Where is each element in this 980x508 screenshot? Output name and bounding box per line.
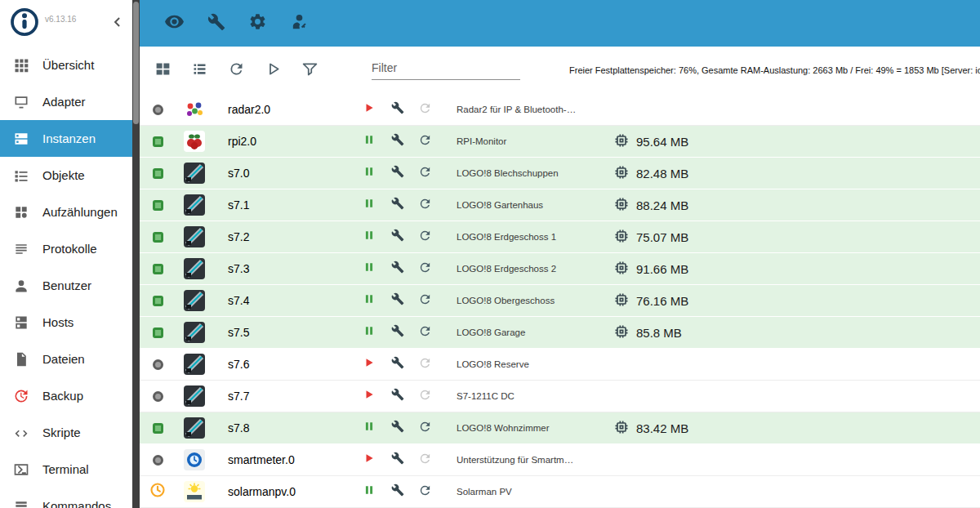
restart-instance-button[interactable] — [418, 261, 432, 278]
sidebar-item-aufzaehlungen[interactable]: Aufzählungen — [0, 194, 132, 230]
start-all-button[interactable] — [263, 60, 283, 80]
sidebar-item-adapter[interactable]: Adapter — [0, 83, 132, 120]
sidebar-item-skripte[interactable]: Skripte — [0, 414, 132, 451]
user-button[interactable] — [290, 12, 309, 34]
expert-mode-button[interactable] — [207, 13, 225, 34]
instance-title: LOGO!8 Erdgeschoss 2 — [439, 253, 613, 284]
status-cell — [140, 285, 176, 316]
restart-instance-button[interactable] — [418, 452, 432, 469]
sidebar-item-terminal[interactable]: Terminal — [0, 451, 132, 488]
instance-row-s7.3: s7.3LOGO!8 Erdgeschoss 291.66 MB — [140, 253, 980, 285]
scrollbar-thumb[interactable] — [133, 2, 139, 124]
settings-button[interactable] — [248, 12, 267, 34]
userkey-icon — [290, 12, 309, 34]
sidebar-nav: ÜbersichtAdapterInstanzenObjekteAufzählu… — [0, 47, 132, 508]
visibility-button[interactable] — [164, 11, 185, 35]
sidebar-item-uebersicht[interactable]: Übersicht — [0, 47, 132, 83]
play-icon — [363, 452, 375, 466]
sidebar-item-benutzer[interactable]: Benutzer — [0, 267, 132, 304]
instance-ram: 88.24 MB — [613, 189, 980, 221]
pause-instance-button[interactable] — [363, 293, 375, 308]
instance-ram — [613, 94, 980, 125]
restart-instance-button[interactable] — [418, 165, 432, 182]
list-view-button[interactable] — [189, 60, 209, 80]
instance-settings-button[interactable] — [391, 229, 404, 245]
instance-title: LOGO!8 Reserve — [439, 349, 613, 380]
instance-title: S7-1211C DC — [439, 381, 613, 412]
instance-settings-button[interactable] — [391, 261, 404, 277]
instance-name: smartmeter.0 — [213, 444, 354, 475]
restart-instance-button[interactable] — [418, 292, 432, 310]
wrench-icon — [391, 326, 404, 340]
restart-instance-button[interactable] — [418, 483, 432, 501]
instance-settings-button[interactable] — [391, 197, 404, 213]
sidebar-item-kommandos[interactable]: Kommandos — [0, 488, 132, 508]
sidebar-item-dateien[interactable]: Dateien — [0, 341, 132, 377]
refresh-icon — [418, 454, 432, 468]
pause-instance-button[interactable] — [363, 198, 375, 212]
start-instance-button[interactable] — [363, 357, 375, 372]
instance-settings-button[interactable] — [391, 101, 404, 118]
pause-instance-button[interactable] — [363, 421, 375, 435]
sidebar-item-backup[interactable]: Backup — [0, 377, 132, 414]
instance-name: s7.2 — [213, 221, 354, 252]
backup-icon — [12, 387, 30, 405]
instance-name: s7.7 — [213, 381, 354, 412]
restart-instance-button[interactable] — [418, 356, 432, 373]
instance-settings-button[interactable] — [391, 292, 404, 309]
pause-icon — [363, 229, 375, 243]
instance-row-smartmeter.0: smartmeter.0Unterstützung für Smartm… — [140, 444, 980, 476]
wrench-icon — [391, 453, 404, 467]
instance-settings-button[interactable] — [391, 133, 404, 149]
restart-instance-button[interactable] — [418, 101, 432, 118]
adapter-icon — [184, 417, 205, 439]
instance-settings-button[interactable] — [391, 165, 404, 181]
refresh-icon — [418, 136, 432, 149]
restart-instance-button[interactable] — [418, 420, 432, 437]
instance-settings-button[interactable] — [391, 452, 404, 468]
instance-row-s7.7: s7.7S7-1211C DC — [140, 381, 980, 412]
instance-settings-button[interactable] — [391, 388, 404, 404]
pause-instance-button[interactable] — [363, 134, 375, 149]
sidebar-item-objekte[interactable]: Objekte — [0, 157, 132, 194]
filter-instances-button[interactable] — [300, 60, 319, 80]
reload-button[interactable] — [226, 60, 246, 80]
pause-instance-button[interactable] — [363, 484, 375, 499]
refresh-icon — [418, 199, 432, 213]
restart-instance-button[interactable] — [418, 324, 432, 341]
instance-settings-button[interactable] — [391, 483, 404, 500]
wrench-icon — [391, 167, 404, 180]
sidebar-item-label: Hosts — [42, 315, 74, 329]
protokolle-icon — [12, 240, 30, 258]
instance-row-radar2.0: radar2.0Radar2 für IP & Bluetooth-… — [140, 94, 980, 126]
start-instance-button[interactable] — [363, 452, 375, 467]
collapse-sidebar-button[interactable] — [109, 14, 126, 33]
refresh-icon — [418, 104, 432, 118]
pause-icon — [363, 325, 375, 339]
start-instance-button[interactable] — [363, 102, 375, 117]
pause-instance-button[interactable] — [363, 166, 375, 180]
instance-title: RPI-Monitor — [439, 126, 613, 157]
instance-settings-button[interactable] — [391, 356, 404, 372]
status-cell — [140, 444, 176, 475]
filter-input[interactable] — [372, 61, 520, 74]
grid-view-button[interactable] — [153, 60, 172, 80]
pause-instance-button[interactable] — [363, 325, 375, 340]
pause-instance-button[interactable] — [363, 229, 375, 244]
pause-instance-button[interactable] — [363, 261, 375, 276]
instance-row-s7.6: s7.6LOGO!8 Reserve — [140, 349, 980, 381]
instance-settings-button[interactable] — [391, 420, 404, 436]
instance-settings-button[interactable] — [391, 324, 404, 341]
sidebar-item-protokolle[interactable]: Protokolle — [0, 230, 132, 267]
sidebar-item-hosts[interactable]: Hosts — [0, 304, 132, 341]
restart-instance-button[interactable] — [418, 133, 432, 150]
sidebar-item-instanzen[interactable]: Instanzen — [0, 120, 132, 157]
sidebar-scrollbar[interactable] — [132, 0, 140, 508]
instance-title: Solarman PV — [439, 476, 613, 507]
refresh-icon — [418, 295, 432, 309]
refresh-icon — [418, 486, 432, 500]
restart-instance-button[interactable] — [418, 388, 432, 405]
restart-instance-button[interactable] — [418, 229, 432, 246]
start-instance-button[interactable] — [363, 389, 375, 403]
restart-instance-button[interactable] — [418, 197, 432, 214]
